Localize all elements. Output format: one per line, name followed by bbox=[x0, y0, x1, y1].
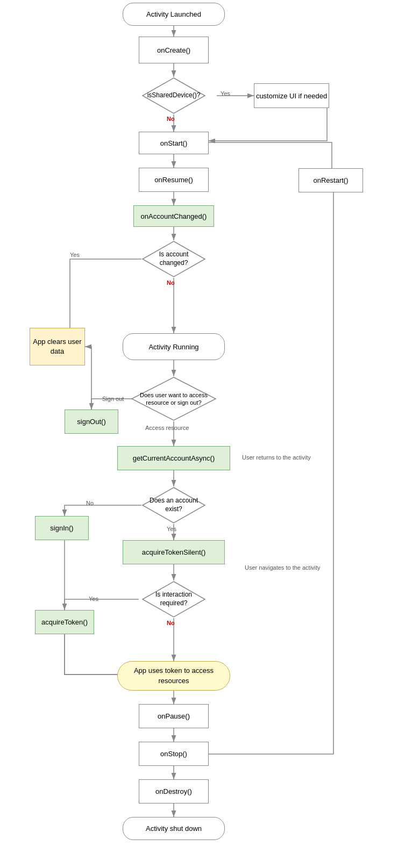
on-pause-label: onPause() bbox=[158, 712, 190, 720]
user-returns-label: User returns to the activity bbox=[242, 454, 311, 461]
is-shared-device-node: isSharedDevice()? bbox=[141, 77, 206, 114]
on-create-label: onCreate() bbox=[157, 46, 190, 54]
is-interaction-no-label: No bbox=[167, 620, 175, 626]
on-resume-label: onResume() bbox=[154, 176, 193, 184]
on-resume-node: onResume() bbox=[139, 168, 209, 192]
on-restart-node: onRestart() bbox=[298, 168, 363, 192]
is-account-no-label: No bbox=[167, 279, 175, 286]
on-account-changed-node: onAccountChanged() bbox=[133, 205, 214, 227]
sign-in-node: signIn() bbox=[35, 516, 89, 540]
on-pause-node: onPause() bbox=[139, 704, 209, 728]
app-clears-node: App clears user data bbox=[30, 328, 85, 365]
activity-launched-label: Activity Launched bbox=[146, 10, 201, 18]
is-interaction-yes-label: Yes bbox=[89, 596, 98, 602]
on-create-node: onCreate() bbox=[139, 37, 209, 63]
sign-out-question-node: Does user want to access resource or sig… bbox=[131, 376, 217, 421]
get-current-account-label: getCurrentAccountAsync() bbox=[133, 454, 215, 462]
sign-out-node: signOut() bbox=[65, 410, 118, 434]
on-stop-label: onStop() bbox=[160, 750, 187, 758]
on-start-label: onStart() bbox=[160, 139, 188, 147]
sign-out-node-label: signOut() bbox=[77, 418, 105, 426]
access-resource-label: Access resource bbox=[145, 425, 189, 431]
does-account-exist-node: Does an account exist? bbox=[141, 486, 206, 524]
app-uses-token-node: App uses token to access resources bbox=[117, 661, 230, 691]
on-stop-node: onStop() bbox=[139, 742, 209, 766]
activity-launched-node: Activity Launched bbox=[123, 3, 225, 26]
is-shared-device-label: isSharedDevice()? bbox=[145, 89, 203, 103]
app-uses-token-label: App uses token to access resources bbox=[118, 666, 230, 685]
is-interaction-label: Is interaction required? bbox=[141, 588, 206, 610]
activity-running-node: Activity Running bbox=[123, 333, 225, 360]
is-account-changed-node: Is account changed? bbox=[141, 240, 206, 278]
on-restart-label: onRestart() bbox=[313, 176, 348, 184]
flowchart-diagram: Activity Launched onCreate() isSharedDev… bbox=[0, 0, 398, 868]
app-clears-label: App clears user data bbox=[30, 337, 84, 356]
on-account-changed-label: onAccountChanged() bbox=[141, 212, 207, 220]
activity-shutdown-node: Activity shut down bbox=[123, 817, 225, 840]
arrows-layer bbox=[0, 0, 398, 868]
activity-running-label: Activity Running bbox=[148, 343, 198, 351]
is-account-changed-label: Is account changed? bbox=[141, 248, 206, 270]
is-shared-no-label: No bbox=[167, 116, 175, 122]
sign-out-label: Sign out bbox=[102, 396, 124, 402]
customize-ui-node: customize UI if needed bbox=[254, 83, 329, 108]
acquire-token-silent-node: acquireTokenSilent() bbox=[123, 540, 225, 564]
does-account-exist-label: Does an account exist? bbox=[141, 494, 206, 516]
acquire-token-silent-label: acquireTokenSilent() bbox=[142, 548, 206, 556]
is-interaction-node: Is interaction required? bbox=[141, 580, 206, 618]
is-shared-yes-label: Yes bbox=[221, 90, 230, 97]
sign-out-question-label: Does user want to access resource or sig… bbox=[131, 389, 217, 410]
on-destroy-label: onDestroy() bbox=[155, 787, 192, 795]
does-account-no-label: No bbox=[86, 500, 94, 506]
user-navigates-label: User navigates to the activity bbox=[245, 564, 321, 571]
on-start-node: onStart() bbox=[139, 132, 209, 154]
activity-shutdown-label: Activity shut down bbox=[146, 824, 202, 833]
acquire-token-node: acquireToken() bbox=[35, 610, 94, 634]
does-account-yes-label: Yes bbox=[167, 526, 176, 532]
sign-in-label: signIn() bbox=[50, 524, 73, 532]
is-account-yes-label: Yes bbox=[70, 252, 80, 258]
get-current-account-node: getCurrentAccountAsync() bbox=[117, 446, 230, 470]
acquire-token-label: acquireToken() bbox=[41, 618, 88, 626]
on-destroy-node: onDestroy() bbox=[139, 779, 209, 804]
customize-ui-label: customize UI if needed bbox=[256, 92, 327, 100]
